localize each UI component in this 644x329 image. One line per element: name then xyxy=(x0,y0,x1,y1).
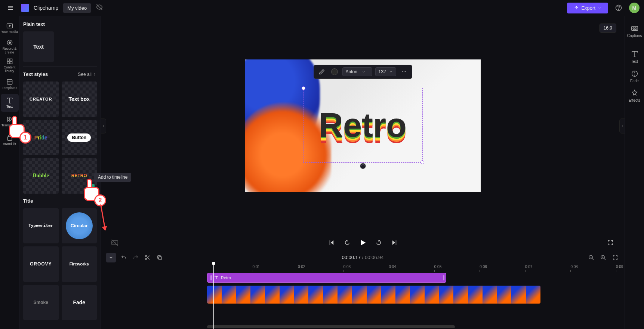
playhead[interactable] xyxy=(213,265,214,329)
scissors-icon xyxy=(145,255,151,261)
see-all-label: See all xyxy=(78,72,92,77)
font-dropdown[interactable]: Anton xyxy=(342,67,372,76)
nav-your-media[interactable]: Your media xyxy=(1,19,19,37)
app-name: Clipchamp xyxy=(34,5,58,11)
zoom-out-button[interactable] xyxy=(587,253,595,262)
video-clip[interactable] xyxy=(207,286,540,304)
chevron-right-icon xyxy=(620,124,624,128)
font-size-dropdown[interactable]: 132 xyxy=(375,67,396,76)
style-pride[interactable]: Pride xyxy=(23,120,59,156)
title-fade[interactable]: Fade xyxy=(62,285,97,320)
preview-canvas[interactable]: Retro xyxy=(245,59,481,192)
visibility-icon[interactable] xyxy=(96,3,105,12)
title-fireworks[interactable]: Fireworks xyxy=(62,246,97,282)
collapse-right-button[interactable] xyxy=(619,119,625,133)
fade-panel-button[interactable]: Fade xyxy=(626,68,643,84)
tooltip-text: Add to timeline xyxy=(98,175,127,180)
captions-toggle[interactable] xyxy=(111,239,119,247)
ruler-tick: 0:02 xyxy=(298,265,305,269)
nav-brand-kit[interactable]: Brand kit xyxy=(1,131,19,149)
text-selection-box[interactable]: Retro xyxy=(303,88,423,163)
title-groovy[interactable]: GROOVY xyxy=(23,246,59,282)
skip-back-button[interactable] xyxy=(327,238,336,247)
zoom-in-button[interactable] xyxy=(599,253,607,262)
add-to-timeline-button[interactable] xyxy=(87,184,95,191)
text-icon xyxy=(214,276,219,280)
copy-icon xyxy=(157,255,163,261)
rewind-icon xyxy=(344,239,351,246)
clip-grip-left[interactable] xyxy=(210,275,212,280)
ruler-tick: 0:01 xyxy=(253,265,260,269)
chevron-down-icon xyxy=(598,6,601,10)
style-textbox[interactable]: Text box xyxy=(62,82,97,117)
timeline-scrollbar[interactable] xyxy=(207,325,620,328)
project-title[interactable]: My video xyxy=(63,3,91,13)
title-typewriter[interactable]: Typewriter xyxy=(23,208,59,244)
canvas-text[interactable]: Retro xyxy=(319,106,407,145)
media-icon xyxy=(6,22,13,30)
captions-panel-button[interactable]: CC Captions xyxy=(626,23,643,39)
play-button[interactable] xyxy=(358,238,367,247)
aspect-ratio-button[interactable]: 16:9 xyxy=(600,24,616,33)
nav-label: Brand kit xyxy=(3,142,16,146)
export-button[interactable]: Export xyxy=(567,3,608,13)
playback-controls xyxy=(101,236,625,250)
more-options-button[interactable] xyxy=(399,67,409,77)
edit-text-button[interactable] xyxy=(317,67,326,77)
split-button[interactable] xyxy=(144,253,152,262)
svg-point-25 xyxy=(404,71,404,72)
user-avatar[interactable]: M xyxy=(629,3,640,13)
zoom-out-icon xyxy=(588,255,594,261)
skip-forward-icon xyxy=(391,239,398,246)
timeline-tracks[interactable]: Retro xyxy=(207,273,620,329)
text-panel-button[interactable]: Text xyxy=(626,49,643,65)
timeline-ruler[interactable]: 0:01 0:02 0:03 0:04 0:05 0:06 0:07 0:08 … xyxy=(207,265,620,273)
ruler-tick: 0:04 xyxy=(389,265,396,269)
help-button[interactable] xyxy=(613,2,625,14)
svg-point-9 xyxy=(9,42,10,44)
title-smoke[interactable]: Smoke xyxy=(23,285,59,320)
record-icon xyxy=(6,39,13,46)
chevron-down-icon xyxy=(108,255,114,260)
right-properties-rail: CC Captions Text Fade Effects xyxy=(625,16,644,329)
svg-marker-31 xyxy=(361,240,366,246)
timeline-collapse-button[interactable] xyxy=(106,253,116,262)
fullscreen-button[interactable] xyxy=(606,238,615,247)
nav-record-create[interactable]: Record & create xyxy=(1,38,19,56)
style-retro[interactable]: RETRO xyxy=(62,158,97,194)
plain-text-thumb[interactable]: Text xyxy=(23,31,54,62)
skip-forward-button[interactable] xyxy=(390,238,399,247)
menu-button[interactable] xyxy=(4,2,16,14)
copy-button[interactable] xyxy=(155,253,164,262)
style-label: Pride xyxy=(34,135,47,141)
see-all-button[interactable]: See all xyxy=(78,72,97,77)
nav-text[interactable]: Text xyxy=(1,94,19,112)
title-circular[interactable]: Circular xyxy=(62,208,97,244)
nav-label: Your media xyxy=(1,30,18,34)
canvas-stage: 16:9 Anton 132 xyxy=(101,16,625,236)
rotate-handle[interactable] xyxy=(360,163,366,169)
skip-back-icon xyxy=(328,239,335,246)
style-bubble[interactable]: Bubble xyxy=(23,158,59,194)
effects-panel-button[interactable]: Effects xyxy=(626,87,643,104)
redo-button[interactable] xyxy=(132,253,140,262)
text-clip[interactable]: Retro xyxy=(207,273,446,283)
svg-rect-12 xyxy=(7,62,9,64)
clip-grip-right[interactable] xyxy=(443,275,444,280)
nav-transitions[interactable]: Transitions xyxy=(1,113,19,130)
svg-marker-29 xyxy=(330,240,333,245)
rewind-button[interactable] xyxy=(343,238,352,247)
collapse-left-button[interactable] xyxy=(101,119,106,133)
rr-label: Effects xyxy=(629,98,640,102)
style-button[interactable]: Button xyxy=(62,120,97,156)
nav-templates[interactable]: Templates xyxy=(1,75,19,93)
ruler-tick: 0:08 xyxy=(570,265,577,269)
nav-content-library[interactable]: Content library xyxy=(1,56,19,74)
zoom-fit-button[interactable] xyxy=(611,253,619,262)
forward-button[interactable] xyxy=(374,238,383,247)
color-button[interactable] xyxy=(329,67,339,77)
style-creator[interactable]: CREATOR xyxy=(23,82,59,117)
svg-line-40 xyxy=(592,258,594,260)
undo-button[interactable] xyxy=(120,253,128,262)
aspect-value: 16:9 xyxy=(604,25,612,31)
